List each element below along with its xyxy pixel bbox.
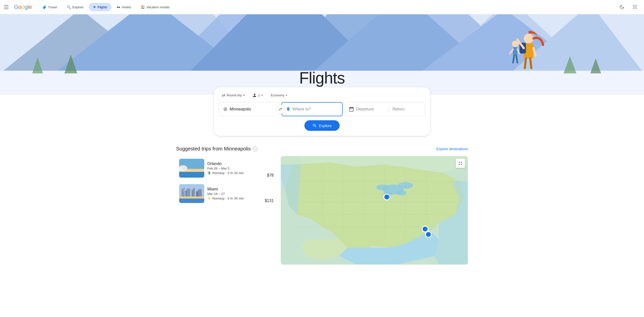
svg-line-42 — [525, 58, 526, 68]
nav-tab-hotels[interactable]: 🛏 Hotels — [112, 3, 135, 11]
trip-price-orlando: $78 — [267, 173, 274, 178]
svg-point-86 — [425, 231, 431, 237]
trip-card-orlando[interactable]: Orlando Feb 26 – Mar 5 Nonstop · 3 hr 33… — [176, 156, 277, 181]
svg-point-37 — [524, 34, 533, 43]
explore-btn-wrap: Explore — [219, 120, 425, 131]
suitcase-icon: 🧳 — [42, 5, 47, 9]
passengers-selector[interactable]: 1 ▾ — [250, 91, 266, 99]
suggested-section: Suggested trips from Minneapolis i Explo… — [171, 141, 473, 265]
spirit-airline-icon — [207, 196, 211, 200]
svg-line-36 — [516, 56, 517, 63]
svg-rect-61 — [183, 189, 184, 190]
svg-rect-32 — [513, 47, 517, 56]
svg-point-85 — [422, 226, 428, 232]
svg-point-4 — [634, 7, 635, 7]
map-expand-button[interactable] — [456, 159, 465, 168]
trip-list: Orlando Feb 26 – Mar 5 Nonstop · 3 hr 33… — [176, 156, 277, 265]
return-input[interactable]: Return — [393, 107, 421, 111]
trip-info-miami: Miami Mar 18 – 27 Nonstop · 3 hr 39 min — [207, 187, 262, 200]
origin-input[interactable] — [230, 107, 275, 111]
svg-point-7 — [634, 8, 635, 9]
svg-rect-62 — [184, 189, 185, 190]
svg-rect-63 — [183, 190, 184, 191]
svg-point-45 — [225, 109, 226, 110]
svg-point-1 — [634, 5, 635, 6]
top-navigation: Google 🧳 Travel 🔍 Explore ✈ Flights 🛏 Ho… — [0, 0, 644, 14]
frontier-airline-icon — [207, 171, 211, 175]
vacation-icon: 🏠 — [141, 5, 145, 9]
nav-tabs: 🧳 Travel 🔍 Explore ✈ Flights 🛏 Hotels 🏠 … — [38, 3, 174, 11]
explore-icon: 🔍 — [67, 5, 71, 9]
trip-image-orlando — [179, 159, 204, 178]
trip-type-selector[interactable]: ⇄ Round trip ▾ — [219, 91, 248, 99]
search-container: ⇄ Round trip ▾ 1 ▾ Economy ▾ — [0, 95, 644, 141]
nav-tab-vacation[interactable]: 🏠 Vacation rentals — [136, 3, 174, 11]
origin-icon — [223, 107, 228, 112]
explore-button[interactable]: Explore — [304, 120, 340, 131]
google-logo[interactable]: Google — [14, 4, 32, 10]
svg-line-35 — [513, 56, 514, 63]
svg-point-70 — [396, 190, 407, 195]
nav-tab-flights[interactable]: ✈ Flights — [89, 3, 111, 11]
person-icon — [253, 93, 257, 97]
date-divider — [388, 106, 389, 112]
svg-point-3 — [633, 7, 634, 7]
svg-point-5 — [636, 7, 637, 7]
destination-input[interactable] — [293, 107, 338, 111]
passengers-chevron: ▾ — [261, 94, 263, 97]
trip-details-orlando: Nonstop · 3 hr 33 min — [207, 171, 264, 175]
hotels-icon: 🛏 — [117, 5, 120, 9]
nav-tab-travel[interactable]: 🧳 Travel — [38, 3, 61, 11]
suggested-header: Suggested trips from Minneapolis i Explo… — [176, 146, 468, 152]
svg-point-6 — [633, 8, 634, 9]
search-box: ⇄ Round trip ▾ 1 ▾ Economy ▾ — [214, 87, 430, 136]
svg-point-31 — [512, 41, 518, 47]
search-fields: Departure Return — [219, 102, 425, 116]
suggested-title: Suggested trips from Minneapolis i — [176, 146, 257, 152]
info-icon[interactable]: i — [253, 147, 257, 151]
swap-button[interactable] — [276, 105, 285, 114]
hero-title: Flights — [299, 69, 345, 87]
search-options: ⇄ Round trip ▾ 1 ▾ Economy ▾ — [219, 91, 425, 99]
dark-mode-button[interactable] — [617, 2, 627, 12]
cabin-class-selector[interactable]: Economy ▾ — [268, 91, 290, 99]
apps-button[interactable] — [630, 2, 640, 12]
map-container — [281, 156, 468, 265]
search-icon — [312, 123, 317, 128]
round-trip-icon: ⇄ — [222, 93, 225, 98]
nav-tab-explore[interactable]: 🔍 Explore — [62, 3, 88, 11]
expand-icon — [458, 161, 462, 165]
svg-rect-64 — [184, 190, 185, 191]
svg-point-2 — [636, 5, 637, 6]
trip-details-miami: Nonstop · 3 hr 39 min — [207, 196, 262, 200]
date-field[interactable]: Departure Return — [345, 102, 425, 116]
hamburger-menu[interactable] — [4, 4, 10, 10]
svg-point-71 — [376, 184, 389, 190]
departure-input[interactable]: Departure — [356, 107, 384, 111]
suggested-content: Orlando Feb 26 – Mar 5 Nonstop · 3 hr 33… — [176, 156, 468, 265]
explore-destinations-link[interactable]: Explore destinations — [436, 147, 468, 151]
svg-rect-66 — [179, 196, 204, 199]
trip-type-chevron: ▾ — [243, 94, 245, 97]
destination-icon — [286, 107, 291, 112]
hero-section: Flights — [0, 14, 644, 95]
trip-info-orlando: Orlando Feb 26 – Mar 5 Nonstop · 3 hr 33… — [207, 162, 264, 175]
svg-point-8 — [636, 8, 637, 9]
svg-point-0 — [633, 5, 634, 6]
svg-line-43 — [530, 58, 531, 68]
flights-icon: ✈ — [93, 5, 96, 9]
svg-point-84 — [384, 194, 390, 200]
trip-image-miami — [179, 184, 204, 203]
cabin-chevron: ▾ — [286, 94, 287, 97]
trip-price-miami: $131 — [265, 199, 274, 203]
svg-point-69 — [398, 182, 413, 189]
calendar-icon — [349, 107, 354, 112]
origin-field[interactable] — [219, 102, 279, 116]
destination-field[interactable] — [281, 102, 343, 116]
nav-right-actions — [617, 2, 640, 12]
trip-card-miami[interactable]: Miami Mar 18 – 27 Nonstop · 3 hr 39 min … — [176, 181, 277, 206]
map-svg — [281, 156, 468, 265]
